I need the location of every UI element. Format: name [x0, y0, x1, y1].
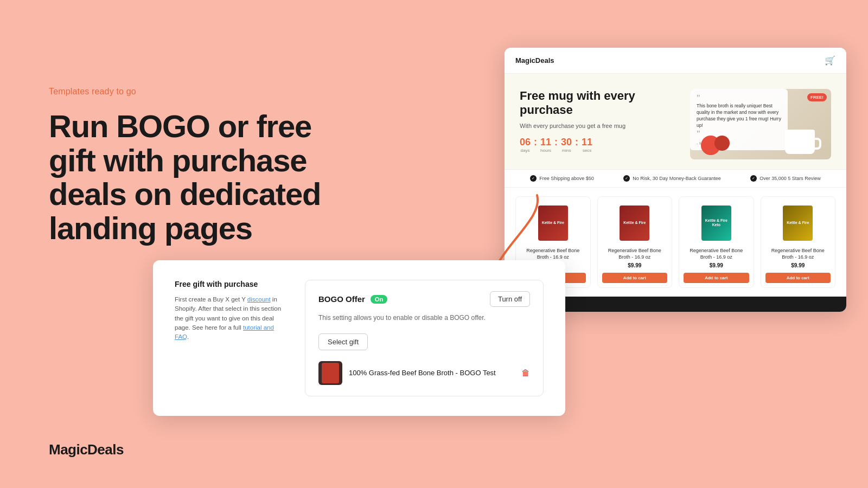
cart-icon[interactable]: 🛒 — [825, 55, 835, 66]
add-to-cart-btn-2[interactable]: Add to cart — [602, 273, 668, 283]
hero-title: Free mug with every purchase — [520, 89, 679, 118]
admin-left-desc: First create a Buy X get Y discount in S… — [175, 295, 283, 342]
discount-link[interactable]: discount — [247, 296, 271, 303]
left-section: Templates ready to go Run BOGO or free g… — [49, 87, 363, 278]
select-gift-button[interactable]: Select gift — [318, 333, 368, 350]
bottom-logo-text: MagicDeals — [49, 441, 124, 458]
product-box-4: Kettle & Fire — [783, 206, 813, 241]
admin-desc-part1: First create a Buy X get Y — [175, 296, 247, 303]
quote-open: " — [697, 93, 700, 102]
product-price-4: $9.99 — [765, 262, 831, 268]
admin-left-title: Free gift with purchase — [175, 280, 283, 288]
trust-dot-2: ✓ — [623, 175, 630, 182]
countdown-hours-num: 11 — [540, 137, 551, 148]
product-name-2: Regenerative Beef Bone Broth - 16.9 oz — [602, 248, 668, 260]
product-card-3: Kettle & Fire Keto Regenerative Beef Bon… — [679, 196, 754, 288]
trust-item-shipping: ✓ Free Shipping above $50 — [530, 175, 594, 182]
countdown-days-num: 06 — [520, 137, 531, 148]
hero-right: " This bone broth is really unique! Best… — [690, 89, 831, 159]
store-header: MagicDeals 🛒 — [505, 48, 846, 74]
hero-left: Free mug with every purchase With every … — [520, 89, 679, 153]
countdown-mins-label: mins — [561, 148, 572, 153]
store-hero: Free mug with every purchase With every … — [505, 74, 846, 169]
add-to-cart-btn-4[interactable]: Add to cart — [765, 273, 831, 283]
countdown-hours-label: hours — [540, 148, 551, 153]
product-price-3: $9.99 — [684, 262, 749, 268]
product-img-2: Kettle & Fire — [602, 201, 668, 245]
product-name-3: Regenerative Beef Bone Broth - 16.9 oz — [684, 248, 749, 260]
countdown-hours: 11 hours — [540, 137, 551, 153]
testimonial-text: This bone broth is really unique! Best q… — [697, 103, 781, 129]
product-img-4: Kettle & Fire — [765, 201, 831, 245]
trust-reviews-text: Over 35,000 5 Stars Review — [760, 176, 821, 181]
bogo-title: BOGO Offer — [318, 294, 365, 304]
product-img-1: Kettle & Fire — [520, 201, 586, 245]
trust-dot-1: ✓ — [530, 175, 537, 182]
templates-label: Templates ready to go — [49, 87, 363, 97]
free-badge: FREE! — [807, 93, 827, 101]
trash-icon[interactable]: 🗑 — [521, 368, 530, 378]
countdown-days-label: days — [520, 148, 531, 153]
gift-name: 100% Grass-fed Beef Bone Broth - BOGO Te… — [349, 369, 515, 377]
bottom-logo: MagicDeals — [49, 441, 124, 458]
countdown-sep2: : — [554, 137, 558, 148]
product-box-2: Kettle & Fire — [620, 206, 649, 241]
add-to-cart-btn-3[interactable]: Add to cart — [684, 273, 749, 283]
bogo-title-row: BOGO Offer On — [318, 294, 387, 304]
admin-desc-end: . — [187, 333, 189, 340]
bogo-desc: This setting allows you to enable or dis… — [318, 313, 530, 323]
product-img-3: Kettle & Fire Keto — [684, 201, 749, 245]
on-badge: On — [371, 295, 387, 304]
trust-shipping-text: Free Shipping above $50 — [539, 176, 594, 181]
product-card-4: Kettle & Fire Regenerative Beef Bone Bro… — [761, 196, 836, 288]
main-heading: Run BOGO or free gift with purchase deal… — [49, 110, 363, 246]
product-box-1: Kettle & Fire — [538, 206, 568, 241]
trust-dot-3: ✓ — [750, 175, 757, 182]
countdown-days: 06 days — [520, 137, 531, 153]
turn-off-button[interactable]: Turn off — [490, 291, 530, 307]
countdown-secs-num: 11 — [582, 137, 592, 148]
countdown-sep1: : — [534, 137, 537, 148]
tomato-2 — [714, 136, 730, 151]
store-logo: MagicDeals — [515, 56, 554, 65]
countdown-secs-label: secs — [582, 148, 592, 153]
gift-image — [318, 361, 342, 385]
product-card-2: Kettle & Fire Regenerative Beef Bone Bro… — [597, 196, 673, 288]
countdown-secs: 11 secs — [582, 137, 592, 153]
hero-subtitle: With every purchase you get a free mug — [520, 122, 679, 130]
bogo-header: BOGO Offer On Turn off — [318, 291, 530, 307]
mug-shape — [785, 130, 815, 154]
product-name-1: Regenerative Beef Bone Broth - 16.9 oz — [520, 248, 586, 260]
countdown: 06 days : 11 hours : 30 mins : 11 secs — [520, 137, 679, 153]
hero-image-area: " This bone broth is really unique! Best… — [690, 89, 831, 159]
trust-item-reviews: ✓ Over 35,000 5 Stars Review — [750, 175, 821, 182]
product-price-2: $9.99 — [602, 262, 668, 268]
quote-close: " — [697, 129, 700, 138]
trust-money-back-text: No Risk, 30 Day Money-Back Guarantee — [633, 176, 721, 181]
admin-right-panel: BOGO Offer On Turn off This setting allo… — [305, 280, 544, 396]
product-name-4: Regenerative Beef Bone Broth - 16.9 oz — [765, 248, 831, 260]
mug-handle — [814, 138, 821, 150]
trust-bar: ✓ Free Shipping above $50 ✓ No Risk, 30 … — [505, 169, 846, 188]
trust-item-money-back: ✓ No Risk, 30 Day Money-Back Guarantee — [623, 175, 721, 182]
countdown-sep3: : — [575, 137, 578, 148]
product-box-3: Kettle & Fire Keto — [701, 206, 731, 241]
gift-image-inner — [322, 363, 339, 383]
admin-left-panel: Free gift with purchase First create a B… — [175, 280, 283, 396]
admin-card: Free gift with purchase First create a B… — [153, 260, 565, 416]
gift-item: 100% Grass-fed Beef Bone Broth - BOGO Te… — [318, 361, 530, 385]
countdown-mins: 30 mins — [561, 137, 572, 153]
countdown-mins-num: 30 — [561, 137, 572, 148]
